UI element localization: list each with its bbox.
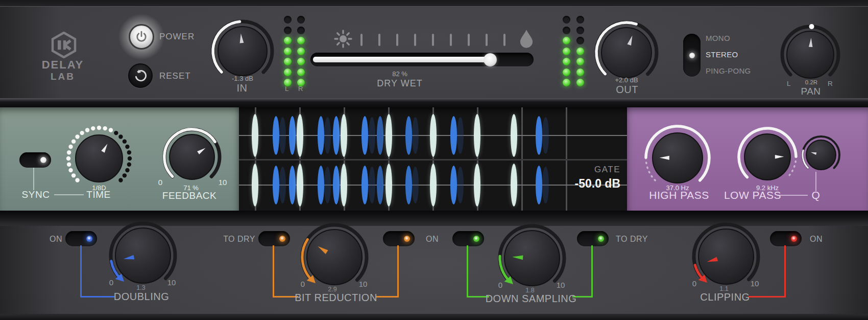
delay-pulse-ghost (412, 167, 419, 203)
delay-pulse (273, 116, 279, 155)
delay-pulse-ghost (324, 167, 331, 203)
meter-in-l-led (284, 68, 292, 76)
dry-wet-handle[interactable] (484, 53, 497, 66)
time-knob-knob[interactable] (76, 135, 123, 182)
bottom-edge-strip (0, 314, 868, 320)
dry-icon (334, 30, 352, 48)
out-knob-knob[interactable] (601, 28, 652, 78)
power-button[interactable] (129, 24, 154, 50)
meter-out-l-led (563, 16, 570, 24)
mode-selector-dot (689, 53, 695, 58)
in-knob-label: IN (186, 82, 298, 94)
clipping-knob[interactable] (698, 229, 754, 284)
pan-knob-value: 0.2R (765, 79, 857, 85)
delay-pulse (252, 164, 258, 207)
meter-out-r-led (576, 58, 584, 65)
in-knob-knob[interactable] (218, 27, 267, 76)
doubling-label: DOUBLING (85, 291, 198, 303)
down-sampling-on-dot (473, 236, 479, 242)
meter-out-r-led (576, 37, 584, 44)
delay-pulse (430, 114, 437, 157)
pan-knob-knob[interactable] (787, 31, 834, 78)
mode-option-stereo[interactable]: STEREO (706, 50, 738, 59)
delay-pulse (385, 114, 392, 157)
meter-out-r-led (576, 68, 584, 76)
doubling-connector-v (80, 245, 82, 296)
down-sampling-on-toggle[interactable] (452, 231, 484, 246)
delay-pulse (361, 166, 368, 204)
meter-in-r-led (297, 16, 305, 24)
meter-in-r-led (297, 37, 305, 44)
down-sampling-to-dry-toggle[interactable] (577, 231, 609, 246)
dry-wet-tick (503, 34, 505, 46)
gate-value: -50.0 dB (516, 177, 620, 191)
meter-in-l-led (284, 58, 292, 65)
clipping-toggle-dot (791, 236, 797, 242)
power-label: POWER (159, 32, 195, 42)
low-pass-knob-knob[interactable] (744, 134, 790, 180)
delay-pulse (297, 114, 303, 157)
doubling-on-toggle[interactable] (65, 231, 97, 246)
vis-row-separator (239, 159, 627, 161)
delay-lab-plugin: { "header": { "brand": {"line1": "DELAY"… (0, 0, 868, 320)
bit-reduction-on-dot (404, 236, 410, 242)
mode-option-mono[interactable]: MONO (706, 34, 730, 42)
bit-reduction-knob[interactable] (307, 230, 362, 285)
delay-pulse (405, 166, 412, 204)
high-pass-knob-knob[interactable] (653, 133, 703, 183)
reset-button[interactable] (128, 63, 153, 88)
doubling-knob[interactable] (115, 228, 171, 283)
down-connector-rv (591, 245, 593, 296)
down-sampling-label: DOWN SAMPLING (475, 293, 587, 305)
delay-pulse-ghost (457, 117, 464, 154)
bit-reduction-to-dry-label: TO DRY (208, 235, 255, 244)
brand-line2: LAB (37, 71, 88, 82)
doubling-toggle-dot (86, 236, 92, 242)
clipping-min-label: 0 (684, 279, 705, 288)
bit-reduction-to-dry-toggle[interactable] (258, 231, 290, 246)
feedback-knob-knob[interactable] (170, 134, 214, 179)
bit-reduction-on-toggle[interactable] (383, 231, 415, 246)
mode-option-ping-pong[interactable]: PING-PONG (706, 66, 751, 75)
delay-pulse (333, 116, 340, 155)
dry-wet-tick (414, 34, 416, 46)
top-edge-strip (0, 0, 868, 7)
dry-wet-tick (486, 34, 488, 46)
delay-pulse (333, 166, 340, 204)
sync-connector (33, 168, 34, 190)
dry-wet-value: 82 % (374, 70, 425, 78)
clipping-on-label: ON (810, 235, 823, 244)
out-knob-label: OUT (571, 84, 683, 96)
meter-in-l-led (284, 48, 292, 55)
delay-pulse-ghost (369, 117, 375, 154)
meter-out-r-led (576, 48, 584, 55)
down-sampling-to-dry-dot (598, 236, 604, 242)
in-knob-value: -1.3 dB (197, 75, 288, 82)
delay-pulse (273, 166, 279, 204)
bit-reduction-label: BIT REDUCTION (280, 292, 392, 304)
meter-in-r-led (297, 48, 305, 55)
clipping-on-toggle[interactable] (770, 231, 802, 246)
delay-pulse (450, 166, 457, 204)
delay-pulse (474, 114, 480, 157)
doubling-min-label: 0 (101, 278, 122, 287)
q-knob-knob[interactable] (806, 140, 836, 170)
delay-pulse (430, 164, 437, 207)
meter-out-l-led (563, 58, 570, 65)
feedback-knob-min-label: 0 (150, 178, 171, 187)
wet-icon (519, 29, 534, 48)
meter-out-l-led (563, 48, 570, 55)
down-sampling-to-dry-label: TO DRY (616, 235, 648, 244)
down-sampling-knob[interactable] (504, 231, 560, 286)
bit-reduction-max-label: 10 (353, 280, 373, 288)
meter-in-l-led (284, 79, 292, 86)
meter-in-r-led (297, 58, 305, 65)
delay-pulse (341, 114, 347, 157)
meter-in-l-led (284, 27, 292, 34)
dry-wet-fill (313, 57, 490, 62)
bit-connector-rv (397, 245, 399, 296)
meter-in-r-led (297, 79, 305, 86)
meter-out-r-led (576, 79, 584, 86)
feedback-knob-max-label: 10 (212, 178, 233, 187)
sync-toggle[interactable] (19, 152, 51, 168)
